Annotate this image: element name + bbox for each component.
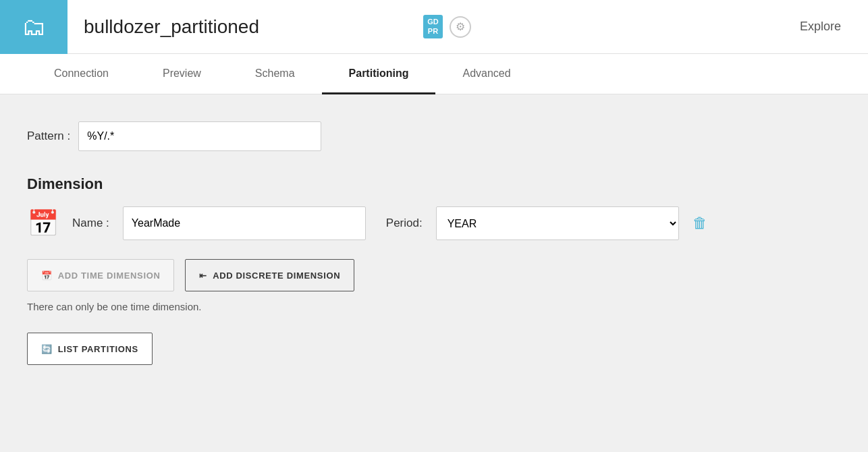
folder-icon: 🗂 [22,13,46,41]
list-partitions-label: LIST PARTITIONS [58,344,138,354]
pattern-input[interactable] [78,121,321,151]
add-discrete-dimension-button[interactable]: ⇤ ADD DISCRETE DIMENSION [185,259,354,291]
dimension-title: Dimension [27,175,841,193]
tab-advanced[interactable]: Advanced [435,54,537,94]
name-label: Name : [72,217,109,230]
header: 🗂 bulldozer_partitioned GDPR ⚙ Explore [0,0,868,54]
app-icon-box: 🗂 [0,0,67,54]
tab-connection[interactable]: Connection [27,54,136,94]
main-content: Pattern : Dimension 📅 Name : Period: YEA… [0,94,868,452]
delete-dimension-icon[interactable]: 🗑 [693,215,707,232]
calendar-btn-icon: 📅 [41,271,53,281]
tabs-bar: Connection Preview Schema Partitioning A… [0,54,868,94]
settings-badge[interactable]: ⚙ [450,16,471,38]
period-select[interactable]: YEAR MONTH DAY HOUR [436,206,679,240]
pattern-label: Pattern : [27,130,70,143]
pattern-row: Pattern : [27,121,841,151]
dimension-row: 📅 Name : Period: YEAR MONTH DAY HOUR 🗑 [27,206,841,240]
refresh-icon: 🔄 [41,344,53,354]
discrete-btn-icon: ⇤ [199,271,207,281]
add-time-dimension-button[interactable]: 📅 ADD TIME DIMENSION [27,259,174,291]
tab-preview[interactable]: Preview [136,54,228,94]
tab-partitioning[interactable]: Partitioning [322,54,436,94]
dataset-title: bulldozer_partitioned [84,16,412,38]
gdpr-badge: GDPR [423,15,443,38]
calendar-icon: 📅 [27,208,59,238]
notice-text: There can only be one time dimension. [27,301,841,312]
add-time-label: ADD TIME DIMENSION [58,271,161,281]
period-label: Period: [386,217,423,230]
header-badges: GDPR ⚙ [423,15,471,38]
tab-schema[interactable]: Schema [228,54,322,94]
add-discrete-label: ADD DISCRETE DIMENSION [213,271,340,281]
list-partitions-button[interactable]: 🔄 LIST PARTITIONS [27,333,153,365]
explore-link[interactable]: Explore [800,20,841,34]
action-buttons-row: 📅 ADD TIME DIMENSION ⇤ ADD DISCRETE DIME… [27,259,841,291]
dimension-name-input[interactable] [123,206,366,240]
